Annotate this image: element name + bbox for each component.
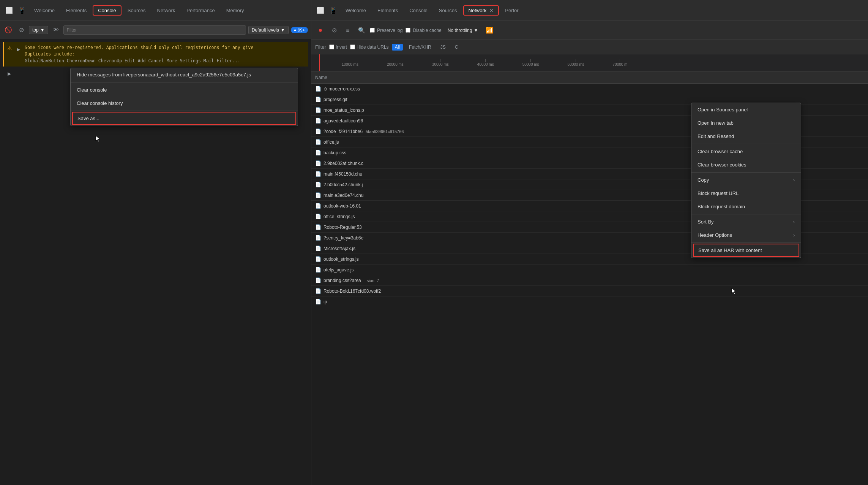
tab-memory-left[interactable]: Memory — [221, 5, 249, 16]
levels-dropdown[interactable]: Default levels ▼ — [248, 26, 289, 34]
save-har-item[interactable]: Save all as HAR with content — [693, 244, 799, 257]
tab-console-left[interactable]: Console — [93, 5, 122, 16]
file-icon-8: 📄 — [315, 160, 321, 166]
menu-divider-2 — [71, 111, 298, 111]
expand-icon[interactable]: ▶ — [6, 70, 13, 78]
network-row-19[interactable]: 📄 branding.css?area= sion=7 — [311, 275, 868, 286]
name-col-header: Name — [315, 75, 399, 80]
copy-chevron-icon: › — [793, 178, 795, 183]
search-btn[interactable]: 🔍 — [356, 25, 367, 36]
file-icon-7: 📄 — [315, 150, 321, 155]
sort-chevron-icon: › — [793, 219, 795, 225]
warning-icon: ⚠ — [7, 44, 12, 52]
warning-text-line1: Some icons were re-registered. Applicati… — [25, 44, 253, 51]
network-tab-label: Network — [469, 8, 487, 13]
hide-data-urls-label: Hide data URLs — [357, 44, 389, 50]
tab-sources-right[interactable]: Sources — [434, 5, 462, 16]
file-icon-1: 📄 — [315, 86, 321, 92]
timeline-marker-1: 10000 ms — [342, 59, 358, 67]
hide-messages-item[interactable]: Hide messages from livepersonacard_witho… — [71, 68, 298, 81]
close-network-tab-icon[interactable]: ✕ — [489, 8, 494, 13]
save-as-item[interactable]: Save as... — [72, 112, 296, 125]
message-count-badge: ● 99+ — [291, 27, 308, 33]
clear-btn[interactable]: ⊘ — [329, 25, 339, 36]
file-icon-11: 📄 — [315, 192, 321, 198]
filter-all-btn[interactable]: All — [392, 44, 403, 51]
file-icon-3: 📄 — [315, 107, 321, 113]
filter-toggle-btn[interactable]: ⊘ — [16, 25, 27, 35]
right-devtools-inspect-icon[interactable]: ⬜ — [314, 4, 327, 16]
throttle-selector[interactable]: No throttling ▼ — [445, 27, 481, 34]
disable-cache-checkbox[interactable]: Disable cache — [406, 28, 441, 33]
right-menu-divider-2 — [691, 172, 801, 173]
open-sources-panel-item[interactable]: Open in Sources panel — [691, 103, 801, 116]
clear-browser-cache-item[interactable]: Clear browser cache — [691, 145, 801, 158]
clear-browser-cookies-item[interactable]: Clear browser cookies — [691, 158, 801, 171]
clear-console-btn[interactable]: 🚫 — [3, 25, 14, 35]
chevron-down-icon-levels: ▼ — [281, 27, 285, 33]
file-icon-15: 📄 — [315, 235, 321, 241]
top-selector[interactable]: top ▼ — [29, 26, 48, 34]
right-menu-divider-1 — [691, 144, 801, 144]
timeline-bar: 10000 ms 20000 ms 30000 ms 40000 ms 5000… — [311, 54, 868, 71]
clear-console-history-item[interactable]: Clear console history — [71, 97, 298, 110]
hide-data-urls-checkbox[interactable]: Hide data URLs — [350, 44, 389, 50]
block-request-url-item[interactable]: Block request URL — [691, 187, 801, 200]
console-context-menu: Hide messages from livepersonacard_witho… — [70, 68, 298, 126]
record-btn[interactable]: ● — [315, 25, 326, 36]
tab-console-right[interactable]: Console — [404, 5, 433, 16]
sort-by-item[interactable]: Sort By › — [691, 215, 801, 228]
copy-item[interactable]: Copy › — [691, 173, 801, 187]
tab-performance-left[interactable]: Performance — [181, 5, 220, 16]
file-icon-9: 📄 — [315, 171, 321, 177]
levels-label: Default levels — [252, 27, 279, 33]
preserve-log-checkbox[interactable]: Preserve log — [370, 28, 402, 33]
filter-btn[interactable]: ≡ — [342, 25, 353, 36]
right-devtools-device-icon[interactable]: 📱 — [327, 4, 339, 16]
warning-text-line2: Duplicates include: — [25, 51, 253, 57]
tab-welcome-right[interactable]: Welcome — [340, 5, 371, 16]
open-new-tab-item[interactable]: Open in new tab — [691, 116, 801, 130]
top-label: top — [32, 27, 39, 33]
file-icon-12: 📄 — [315, 203, 321, 209]
expand-arrow-icon[interactable]: ▶ — [15, 44, 22, 54]
right-devtools-panel: ⬜ 📱 Welcome Elements Console Sources Net… — [311, 0, 868, 485]
filter-more-btn[interactable]: C — [452, 44, 461, 51]
invert-checkbox[interactable]: Invert — [329, 44, 347, 50]
wifi-icon[interactable]: 📶 — [484, 25, 495, 36]
tab-elements-right[interactable]: Elements — [372, 5, 403, 16]
network-row-20[interactable]: 📄 Roboto-Bold.167cfd08.woff2 — [311, 286, 868, 296]
disable-cache-label: Disable cache — [413, 28, 441, 33]
file-icon-17: 📄 — [315, 256, 321, 262]
block-request-domain-item[interactable]: Block request domain — [691, 200, 801, 213]
file-icon-13: 📄 — [315, 214, 321, 219]
header-options-item[interactable]: Header Options › — [691, 228, 801, 242]
devtools-icon-device[interactable]: 📱 — [16, 4, 28, 16]
filter-fetch-xhr-btn[interactable]: Fetch/XHR — [406, 44, 434, 51]
tab-sources-left[interactable]: Sources — [122, 5, 151, 16]
tab-welcome-left[interactable]: Welcome — [29, 5, 60, 16]
network-row-1[interactable]: 📄 ⊙ moeerrorux.css — [311, 84, 868, 94]
network-row-21[interactable]: 📄 ip — [311, 296, 868, 307]
console-warning-message: ⚠ ▶ Some icons were re-registered. Appli… — [3, 42, 308, 67]
watch-btn[interactable]: 👁 — [51, 25, 61, 35]
tab-performance-right[interactable]: Perfor — [500, 5, 524, 16]
clear-console-item[interactable]: Clear console — [71, 83, 298, 97]
network-row-18[interactable]: 📄 oteljs_agave.js — [311, 265, 868, 275]
devtools-icon-inspect[interactable]: ⬜ — [3, 4, 15, 16]
edit-resend-item[interactable]: Edit and Resend — [691, 130, 801, 143]
filter-input[interactable] — [63, 25, 246, 35]
left-devtools-panel: ⬜ 📱 Welcome Elements Console Sources Net… — [0, 0, 311, 485]
partial-text-2: sion=7 — [367, 278, 379, 283]
file-icon-2: 📄 — [315, 97, 321, 102]
preserve-log-label: Preserve log — [377, 28, 402, 33]
timeline-markers: 10000 ms 20000 ms 30000 ms 40000 ms 5000… — [342, 59, 868, 67]
file-icon-16: 📄 — [315, 246, 321, 251]
network-filter-row: Filter Invert Hide data URLs All Fetch/X… — [311, 40, 868, 54]
filter-js-btn[interactable]: JS — [437, 44, 449, 51]
network-header: Name — [311, 71, 868, 84]
tab-elements-left[interactable]: Elements — [61, 5, 92, 16]
tab-network-left[interactable]: Network — [152, 5, 181, 16]
header-options-chevron-icon: › — [793, 233, 795, 238]
tab-network-right[interactable]: Network ✕ — [463, 5, 499, 16]
